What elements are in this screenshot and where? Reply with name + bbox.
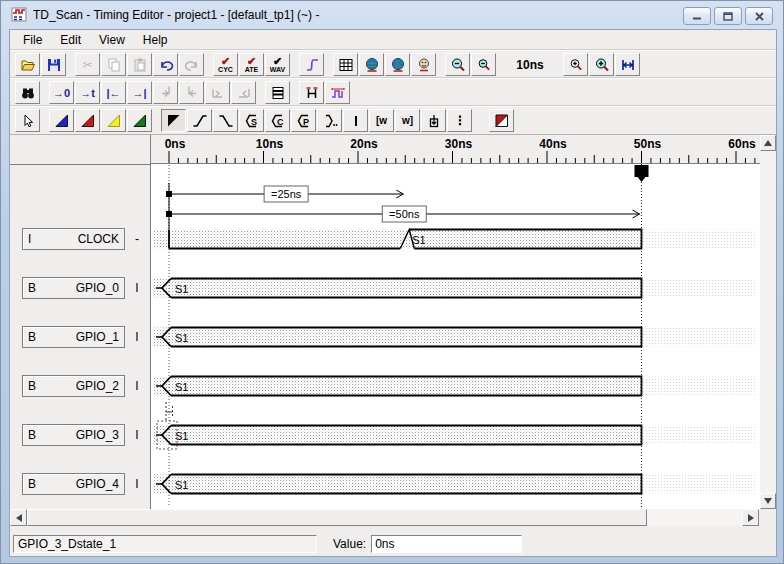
- horizontal-scrollbar[interactable]: [10, 509, 776, 526]
- sync-globe-button[interactable]: [359, 53, 384, 76]
- status-bar: GPIO_3_Dstate_1 Value:: [10, 533, 776, 555]
- value-input[interactable]: [371, 535, 522, 553]
- signal-mode: I: [129, 477, 145, 491]
- svg-text:C: C: [277, 116, 284, 126]
- select-cursor-button[interactable]: [15, 109, 40, 132]
- scroll-left-button[interactable]: [10, 509, 27, 526]
- scurve-button[interactable]: [299, 53, 324, 76]
- yellow-triangle-button[interactable]: [101, 109, 126, 132]
- shmoo-globe-button[interactable]: [385, 53, 410, 76]
- copy-button[interactable]: [101, 53, 126, 76]
- blue-triangle-icon: [54, 113, 70, 129]
- bar-button[interactable]: [343, 109, 368, 132]
- w-close-button[interactable]: w]: [395, 109, 420, 132]
- first-event-button[interactable]: [205, 81, 230, 104]
- black-triangle-icon: [166, 113, 182, 129]
- signal-label-box[interactable]: I CLOCK: [22, 228, 125, 250]
- last-event-button[interactable]: [231, 81, 256, 104]
- arrow-up-icon: [764, 140, 772, 146]
- svg-text:50ns: 50ns: [634, 137, 662, 151]
- state-p-button[interactable]: P: [291, 109, 316, 132]
- scroll-up-button[interactable]: [760, 135, 776, 151]
- green-triangle-button[interactable]: [127, 109, 152, 132]
- state-c-button[interactable]: C: [265, 109, 290, 132]
- redo-arrow-icon: [184, 57, 200, 73]
- vertical-scrollbar[interactable]: [760, 135, 776, 509]
- svg-text:60ns: 60ns: [728, 137, 756, 151]
- ate-check-button[interactable]: ✔ ATE: [239, 53, 264, 76]
- scrollbar-track[interactable]: [27, 509, 742, 526]
- cut-button[interactable]: ✂: [75, 53, 100, 76]
- redo-button[interactable]: [179, 53, 204, 76]
- scroll-right-button[interactable]: [742, 509, 759, 526]
- wav-label: WAV: [270, 66, 285, 73]
- signal-row-gpio2: B GPIO_2 I: [10, 375, 152, 398]
- red-triangle-button[interactable]: [75, 109, 100, 132]
- black-triangle-button[interactable]: [161, 109, 186, 132]
- prev-edge-button[interactable]: |←: [101, 81, 126, 104]
- paste-button[interactable]: [127, 53, 152, 76]
- zoom-in-alt-button[interactable]: [589, 53, 614, 76]
- person-face-icon: [416, 57, 432, 73]
- signal-label-box[interactable]: B GPIO_1: [22, 326, 125, 348]
- red-flag-triangle-button[interactable]: [489, 109, 514, 132]
- red-triangle-icon: [80, 113, 96, 129]
- wav-check-button[interactable]: ✔ WAV: [265, 53, 290, 76]
- minimize-button[interactable]: [683, 7, 711, 25]
- zoom-out-button[interactable]: [445, 53, 470, 76]
- menu-file[interactable]: File: [14, 31, 51, 49]
- svg-text:P: P: [303, 116, 309, 126]
- dashed-bar-button[interactable]: [447, 109, 472, 132]
- measure-h-button[interactable]: [299, 81, 324, 104]
- waveform-canvas[interactable]: 0ns10ns20ns30ns40ns50ns60ns =25ns=50ns S…: [151, 135, 760, 509]
- cyc-label: CYC: [218, 66, 233, 73]
- cyc-check-button[interactable]: ✔ CYC: [213, 53, 238, 76]
- falling-edge-button[interactable]: [213, 109, 238, 132]
- zoom-out-alt-button[interactable]: [471, 53, 496, 76]
- rows-button[interactable]: [265, 81, 290, 104]
- open-button[interactable]: [15, 53, 40, 76]
- svg-text:0ns: 0ns: [165, 137, 186, 151]
- svg-text:20ns: 20ns: [350, 137, 378, 151]
- menu-view[interactable]: View: [90, 31, 134, 49]
- prev-event-button[interactable]: [153, 81, 178, 104]
- signal-label-box[interactable]: B GPIO_2: [22, 375, 125, 397]
- state-p-bracket-icon: P: [296, 113, 312, 129]
- find-button[interactable]: [15, 81, 40, 104]
- undo-button[interactable]: [153, 53, 178, 76]
- scrollbar-thumb[interactable]: [27, 509, 647, 526]
- maximize-button[interactable]: [714, 7, 742, 25]
- goto-zero-button[interactable]: →0: [49, 81, 74, 104]
- goto-time-button[interactable]: →t: [75, 81, 100, 104]
- zoom-in-button[interactable]: [563, 53, 588, 76]
- state-s-button[interactable]: S: [239, 109, 264, 132]
- next-event-icon: [184, 85, 200, 101]
- w-open-button[interactable]: [w: [369, 109, 394, 132]
- close-button[interactable]: [745, 7, 773, 25]
- state-close-button[interactable]: [317, 109, 342, 132]
- scroll-down-button[interactable]: [760, 493, 776, 509]
- grid-table-icon: [338, 57, 354, 73]
- signal-name: GPIO_0: [36, 281, 124, 295]
- rising-edge-button[interactable]: [187, 109, 212, 132]
- w-close-icon: w]: [402, 116, 413, 126]
- stacked-rows-icon: [270, 85, 286, 101]
- signal-label-box[interactable]: B GPIO_3: [22, 424, 125, 446]
- zoom-fit-button[interactable]: [615, 53, 640, 76]
- measure-wave-button[interactable]: [325, 81, 350, 104]
- menu-edit[interactable]: Edit: [51, 31, 90, 49]
- next-edge-button[interactable]: →|: [127, 81, 152, 104]
- signal-label-box[interactable]: B GPIO_4: [22, 473, 125, 495]
- open-folder-icon: [20, 57, 36, 73]
- grid-button[interactable]: [333, 53, 358, 76]
- signal-label-box[interactable]: B GPIO_0: [22, 277, 125, 299]
- pulse-box-button[interactable]: [421, 109, 446, 132]
- save-button[interactable]: [41, 53, 66, 76]
- cut-scissors-icon: ✂: [82, 59, 92, 71]
- blue-triangle-button[interactable]: [49, 109, 74, 132]
- zoom-out-icon: [450, 57, 466, 73]
- next-event-button[interactable]: [179, 81, 204, 104]
- person-button[interactable]: [411, 53, 436, 76]
- menu-help[interactable]: Help: [134, 31, 177, 49]
- sync-globe-icon: [364, 57, 380, 73]
